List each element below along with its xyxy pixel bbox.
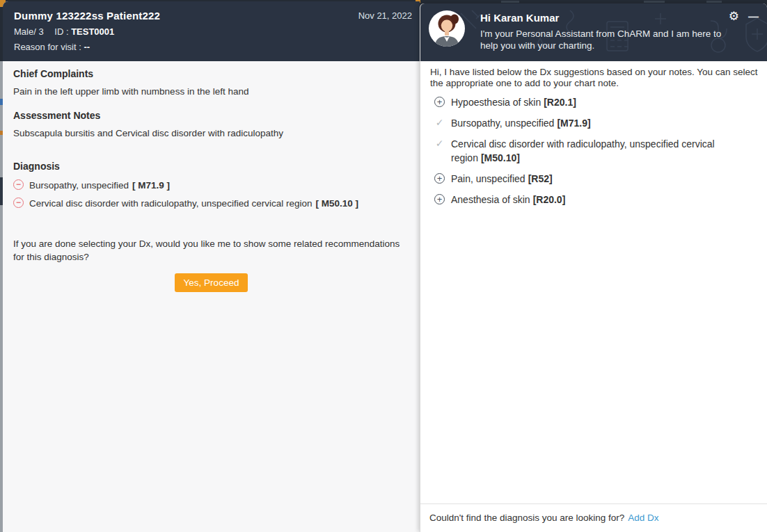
suggestion-text: Anesthesia of skin [451, 194, 530, 205]
add-circle-icon[interactable]: + [434, 173, 445, 184]
chief-complaints-heading: Chief Complaints [13, 68, 409, 79]
assistant-header-controls: ⚙ — [729, 10, 758, 22]
diagnosis-heading: Diagnosis [13, 161, 409, 172]
dx-suggestion-item[interactable]: + Pain, unspecified[R52] [434, 172, 760, 186]
remove-diagnosis-icon[interactable]: − [13, 198, 24, 208]
dx-suggestion-item[interactable]: ✓ Cervical disc disorder with radiculopa… [434, 137, 760, 165]
add-circle-icon[interactable]: + [434, 194, 445, 204]
footer-question: Couldn't find the diagnosis you are look… [429, 513, 624, 523]
visit-reason-line: Reason for visit : -- [14, 42, 409, 52]
suggestion-content: Bursopathy, unspecified[M71.9] [451, 116, 591, 130]
diagnosis-item: − Cervical disc disorder with radiculopa… [13, 198, 409, 209]
patient-id-label: ID : [54, 26, 68, 37]
diagnosis-code: [ M71.9 ] [132, 180, 170, 191]
suggestion-code: [R52] [528, 173, 553, 184]
underlying-app-fragment [501, 1, 519, 3]
patient-demographics: Male/ 3 [14, 26, 44, 37]
dx-suggestion-item[interactable]: ✓ Bursopathy, unspecified[M71.9] [434, 116, 760, 130]
assistant-greeting: Hi Karan Kumar [480, 12, 739, 24]
diagnosis-item-text: Bursopathy, unspecified[ M71.9 ] [29, 179, 170, 191]
chart-note-body: Chief Complaints Pain in the left upper … [3, 61, 420, 292]
added-check-icon: ✓ [434, 138, 445, 149]
settings-gear-icon[interactable]: ⚙ [729, 10, 739, 22]
underlying-app-fragment [644, 1, 665, 3]
suggestion-code: [M50.10] [481, 152, 520, 163]
chart-note-panel: Dummy 123222ss Patient222 Male/ 3 ID : T… [3, 1, 420, 532]
assistant-body: Hi, I have listed below the Dx suggestio… [420, 61, 767, 503]
diagnosis-code: [ M50.10 ] [315, 198, 358, 209]
patient-demographics-line: Male/ 3 ID : TEST0001 [14, 26, 409, 37]
minimize-icon[interactable]: — [748, 12, 758, 22]
assistant-header: Hi Karan Kumar I'm your Personal Assista… [420, 3, 767, 61]
assistant-intro: I'm your Personal Assistant from ChARM a… [480, 28, 739, 51]
suggestion-code: [M71.9] [557, 118, 590, 129]
diagnosis-item: − Bursopathy, unspecified[ M71.9 ] [13, 179, 409, 191]
remove-diagnosis-icon[interactable]: − [13, 179, 24, 190]
charm-assistant-window: Dummy 123222ss Patient222 Male/ 3 ID : T… [0, 0, 767, 532]
diagnosis-text: Cervical disc disorder with radiculopath… [29, 198, 312, 209]
suggestion-content: Pain, unspecified[R52] [451, 172, 553, 186]
assessment-notes-text: Subscapula bursitis and Cervical disc di… [13, 127, 409, 140]
suggestion-content: Hypoesthesia of skin[R20.1] [451, 95, 576, 109]
add-dx-link[interactable]: Add Dx [628, 513, 658, 523]
diagnosis-item-text: Cervical disc disorder with radiculopath… [29, 198, 358, 209]
suggestion-text: Hypoesthesia of skin [451, 97, 541, 108]
visit-reason-label: Reason for visit : [14, 42, 81, 52]
encounter-date: Nov 21, 2022 [358, 10, 412, 21]
patient-name: Dummy 123222ss Patient222 [14, 10, 409, 22]
assistant-header-content: Hi Karan Kumar I'm your Personal Assista… [420, 3, 767, 51]
suggestion-text: Pain, unspecified [451, 173, 525, 184]
suggestion-code: [R20.1] [544, 97, 576, 108]
suggestion-text: Bursopathy, unspecified [451, 118, 554, 129]
added-check-icon: ✓ [434, 118, 445, 128]
visit-reason-value: -- [84, 42, 90, 52]
assessment-notes-heading: Assessment Notes [13, 110, 409, 121]
proceed-button-row: Yes, Proceed [13, 273, 409, 292]
assistant-header-texts: Hi Karan Kumar I'm your Personal Assista… [480, 12, 739, 51]
recommendation-prompt: If you are done selecting your Dx, would… [13, 237, 409, 264]
suggestion-content: Cervical disc disorder with radiculopath… [451, 137, 760, 165]
suggestion-content: Anesthesia of skin[R20.0] [451, 193, 565, 207]
chief-complaints-text: Pain in the left upper limb with numbnes… [13, 86, 409, 98]
assistant-footer: Couldn't find the diagnosis you are look… [420, 503, 767, 532]
yes-proceed-button[interactable]: Yes, Proceed [175, 273, 248, 292]
patient-header: Dummy 123222ss Patient222 Male/ 3 ID : T… [3, 1, 420, 61]
patient-id-value: TEST0001 [71, 26, 114, 37]
suggestion-code: [R20.0] [533, 194, 566, 205]
add-circle-icon[interactable]: + [434, 97, 445, 107]
dx-suggestion-list: + Hypoesthesia of skin[R20.1] ✓ Bursopat… [430, 95, 760, 207]
assistant-message: Hi, I have listed below the Dx suggestio… [430, 67, 760, 89]
diagnosis-text: Bursopathy, unspecified [29, 180, 129, 191]
dx-suggestion-item[interactable]: + Hypoesthesia of skin[R20.1] [434, 95, 760, 109]
assistant-avatar [429, 10, 465, 47]
assistant-panel: Hi Karan Kumar I'm your Personal Assista… [420, 3, 767, 532]
dx-suggestion-item[interactable]: + Anesthesia of skin[R20.0] [434, 193, 760, 207]
underlying-app-fragment [706, 1, 722, 3]
